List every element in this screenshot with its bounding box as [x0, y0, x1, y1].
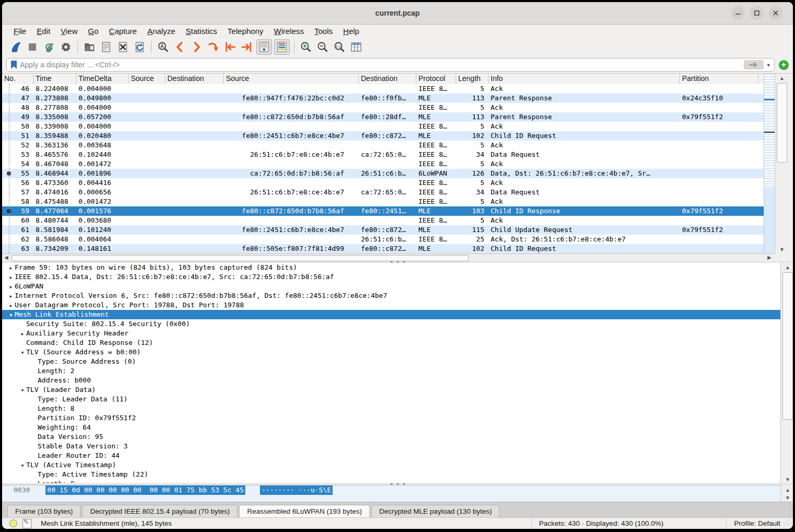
- menu-tools[interactable]: Tools: [309, 26, 338, 37]
- expand-icon[interactable]: ▸: [7, 282, 15, 291]
- column-header-partition[interactable]: Partition: [680, 74, 758, 84]
- detail-line[interactable]: Security Suite: 802.15.4 Security (0x00): [2, 319, 782, 329]
- byte-tab[interactable]: Decrypted MLE payload (130 bytes): [371, 505, 499, 518]
- open-file-icon[interactable]: [82, 40, 97, 54]
- menu-telephony[interactable]: Telephony: [222, 26, 268, 37]
- packet-row[interactable]: 568.4733600.004416IEEE 8…5Ack: [2, 178, 764, 188]
- detail-line[interactable]: ▾TLV (Source Address = b0:00): [2, 348, 782, 357]
- collapse-icon[interactable]: ▾: [19, 460, 26, 470]
- auto-scroll-icon[interactable]: [256, 39, 272, 55]
- close-file-icon[interactable]: [116, 40, 130, 54]
- detail-line[interactable]: Length: 2: [2, 366, 782, 376]
- capture-comment-icon[interactable]: [22, 519, 31, 528]
- scrollbar-thumb[interactable]: [782, 272, 793, 420]
- column-header-source[interactable]: Source: [224, 74, 359, 84]
- packet-list-minimap[interactable]: [764, 74, 775, 253]
- details-scrollbar[interactable]: ▲ ▼: [780, 263, 793, 483]
- zoom-original-icon[interactable]: 1:1: [332, 40, 347, 54]
- apply-filter-button[interactable]: [744, 60, 764, 70]
- packet-row[interactable]: 478.2738080.049800fe80::947f:f476:22bc:c…: [2, 94, 764, 103]
- last-packet-icon[interactable]: [240, 40, 254, 54]
- scroll-right-icon[interactable]: ▶: [767, 255, 771, 260]
- scroll-down-icon[interactable]: ▼: [781, 493, 793, 502]
- packet-row[interactable]: 518.3594880.020480fe80::2451:c6b7:e8ce:4…: [2, 131, 764, 141]
- capture-options-icon[interactable]: [59, 40, 73, 54]
- packet-row[interactable]: 498.3350080.057200fe80::c872:650d:b7b8:5…: [2, 112, 764, 122]
- previous-packet-icon[interactable]: [173, 40, 187, 54]
- packet-row[interactable]: 548.4670480.001472IEEE 8…5Ack: [2, 159, 764, 169]
- close-icon[interactable]: [769, 6, 782, 20]
- detail-line[interactable]: Type: Leader Data (11): [2, 395, 782, 404]
- start-capture-icon[interactable]: [8, 40, 23, 54]
- byte-tab[interactable]: Frame (103 bytes): [7, 505, 81, 518]
- column-header-destination[interactable]: Destination: [359, 74, 416, 84]
- zoom-in-icon[interactable]: [299, 40, 313, 54]
- hex-scrollbar[interactable]: ▲ ▼: [780, 485, 793, 502]
- packet-row[interactable]: 598.4770640.001576fe80::c872:650d:b7b8:5…: [2, 206, 764, 216]
- filter-bookmark-icon[interactable]: [11, 61, 17, 69]
- display-filter-input[interactable]: Apply a display filter ... <Ctrl-/> ▾: [6, 58, 775, 72]
- detail-line[interactable]: Stable Data Version: 3: [2, 442, 782, 451]
- detail-line[interactable]: Type: Active Timestamp (22): [2, 470, 782, 479]
- detail-line[interactable]: ▸Auxiliary Security Header: [2, 329, 782, 338]
- scroll-up-icon[interactable]: ▲: [775, 74, 789, 82]
- packet-row[interactable]: 588.4754880.001472IEEE 8…5Ack: [2, 197, 764, 206]
- scrollbar-thumb[interactable]: [777, 83, 787, 163]
- packet-list-scrollbar[interactable]: ▲ ▼: [775, 74, 789, 253]
- detail-line[interactable]: Address: b000: [2, 376, 782, 385]
- go-to-packet-icon[interactable]: [206, 40, 221, 54]
- add-filter-button[interactable]: +: [779, 60, 789, 70]
- filter-dropdown-icon[interactable]: ▾: [767, 62, 770, 68]
- detail-line[interactable]: ▸Frame 59: 103 bytes on wire (824 bits),…: [2, 263, 782, 272]
- packet-row[interactable]: 638.7342090.148161fe80::505e:f807:7f81:4…: [2, 244, 764, 253]
- column-header-source[interactable]: Source: [129, 74, 165, 84]
- packet-list-hscrollbar[interactable]: ◀ ▶: [2, 253, 775, 262]
- stop-capture-icon[interactable]: [25, 40, 40, 54]
- first-packet-icon[interactable]: [223, 40, 237, 54]
- collapse-icon[interactable]: ▾: [19, 348, 26, 357]
- scroll-left-icon[interactable]: ◀: [4, 255, 8, 260]
- packet-row[interactable]: 468.2240080.004000IEEE 8…5Ack: [2, 84, 764, 94]
- detail-line[interactable]: Length: 8: [2, 404, 782, 413]
- next-packet-icon[interactable]: [189, 40, 204, 54]
- detail-line[interactable]: ▾TLV (Leader Data): [2, 385, 782, 395]
- resize-grip[interactable]: ⋰⋰⋰⋰⋰⋰: [783, 521, 791, 528]
- packet-row[interactable]: 628.5860480.00406426:51:c6:b…IEEE 8…25Ac…: [2, 235, 764, 244]
- menu-edit[interactable]: Edit: [31, 26, 55, 37]
- scroll-down-icon[interactable]: ▼: [781, 475, 793, 483]
- colorize-icon[interactable]: [274, 39, 290, 55]
- packet-row[interactable]: 538.4655760.10244026:51:c6:b7:e8:ce:4b:e…: [2, 150, 764, 159]
- packet-row[interactable]: 618.5819840.101240fe80::2451:c6b7:e8ce:4…: [2, 225, 764, 235]
- detail-line[interactable]: ▾Mesh Link Establishment: [2, 310, 782, 319]
- detail-line[interactable]: Leader Router ID: 44: [2, 451, 782, 460]
- detail-line[interactable]: ▾TLV (Active Timestamp): [2, 460, 782, 470]
- byte-tab[interactable]: Decrypted IEEE 802.15.4 payload (70 byte…: [82, 505, 237, 518]
- menu-view[interactable]: View: [55, 26, 83, 37]
- packet-row[interactable]: 608.4807440.003680IEEE 8…5Ack: [2, 216, 764, 225]
- detail-line[interactable]: Partition ID: 0x79f551f2: [2, 413, 782, 423]
- detail-line[interactable]: Data Version: 95: [2, 432, 782, 442]
- reload-file-icon[interactable]: [132, 40, 147, 54]
- scroll-down-icon[interactable]: ▼: [775, 245, 789, 253]
- detail-line[interactable]: ▸6LoWPAN: [2, 282, 782, 291]
- column-header-protocol[interactable]: Protocol: [416, 74, 456, 84]
- detail-line[interactable]: Type: Source Address (0): [2, 357, 782, 366]
- status-profile[interactable]: Profile: Default: [734, 519, 780, 527]
- expand-icon[interactable]: ▸: [7, 263, 15, 272]
- expand-icon[interactable]: ▸: [7, 272, 15, 282]
- packet-row[interactable]: 508.3390080.004000IEEE 8…5Ack: [2, 122, 764, 131]
- column-header-length[interactable]: Length: [456, 74, 489, 84]
- menu-go[interactable]: Go: [83, 26, 104, 37]
- menu-statistics[interactable]: Statistics: [180, 26, 222, 37]
- detail-line[interactable]: ▸User Datagram Protocol, Src Port: 19788…: [2, 300, 782, 310]
- collapse-icon[interactable]: ▾: [7, 310, 15, 319]
- menu-capture[interactable]: Capture: [104, 26, 142, 37]
- menu-help[interactable]: Help: [338, 26, 365, 37]
- zoom-out-icon[interactable]: [315, 40, 330, 54]
- menu-analyze[interactable]: Analyze: [142, 26, 180, 37]
- detail-line[interactable]: Command: Child ID Response (12): [2, 338, 782, 348]
- scroll-up-icon[interactable]: ▲: [781, 263, 793, 271]
- save-file-icon[interactable]: [99, 40, 113, 54]
- packet-row[interactable]: 488.2778080.004000IEEE 8…5Ack: [2, 103, 764, 112]
- menu-file[interactable]: File: [8, 26, 31, 37]
